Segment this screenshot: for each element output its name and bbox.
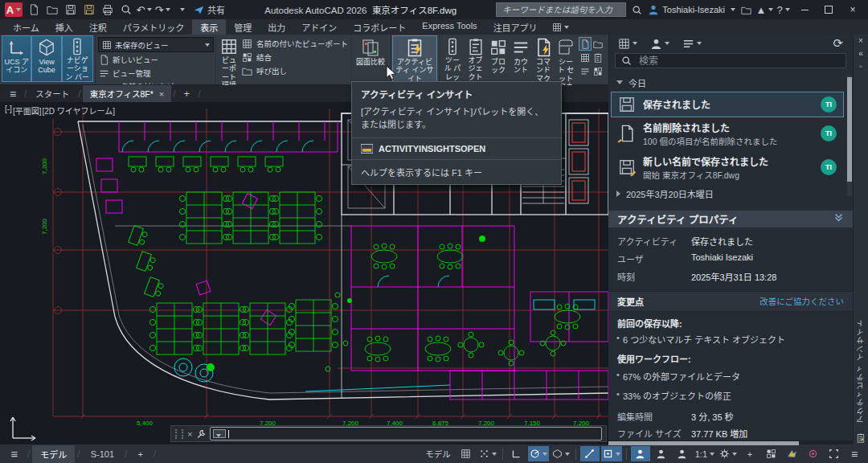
activity-item-saved[interactable]: 保存されました TI: [612, 92, 843, 117]
view-dropdown[interactable]: 未保存のビュー: [98, 37, 214, 52]
annotation-scale-people-icon[interactable]: [673, 446, 692, 461]
tool-palettes-button[interactable]: ツール パレット: [442, 36, 463, 81]
new-file-tab-button[interactable]: +: [178, 88, 197, 100]
palette-horizontal-scrollbar[interactable]: [608, 440, 853, 445]
properties-palette-button[interactable]: オブジェクト プロパティ管理: [465, 36, 486, 81]
command-line[interactable]: ×: [170, 425, 607, 442]
tab-featured-apps[interactable]: 注目アプリ: [485, 19, 546, 35]
mini-palette-icon-4[interactable]: [592, 51, 604, 64]
command-macros-button[interactable]: コマンド マクロ: [533, 36, 554, 81]
isolate-objects-icon[interactable]: [803, 446, 822, 461]
sheet-set-manager-button[interactable]: シート セット マネージャ: [555, 36, 576, 81]
mini-palette-icon-5[interactable]: [579, 65, 591, 77]
model-tab[interactable]: モデル: [32, 445, 75, 463]
blocks-palette-button[interactable]: ブロック: [488, 36, 509, 81]
close-button[interactable]: ×: [842, 2, 863, 18]
viewport-visual-style-control[interactable]: [2D ワイヤフレーム]: [42, 104, 115, 117]
object-snap-icon[interactable]: [601, 446, 622, 461]
navigation-bar-toggle-button[interactable]: ナビゲーション バー: [63, 36, 92, 81]
mini-palette-icon-6[interactable]: [592, 65, 604, 77]
space-indicator[interactable]: モデル: [421, 448, 455, 460]
tab-addins[interactable]: アドイン: [293, 19, 345, 35]
mini-palette-icon-1[interactable]: [579, 38, 591, 50]
graphics-performance-icon[interactable]: [782, 446, 801, 461]
join-viewports-button[interactable]: 結合: [242, 51, 348, 64]
layout-tab-s101[interactable]: S-101: [83, 447, 122, 461]
tab-view[interactable]: 表示: [192, 19, 226, 35]
command-line-grip[interactable]: [175, 429, 183, 439]
tab-home[interactable]: ホーム: [5, 19, 47, 35]
ortho-mode-icon[interactable]: [507, 446, 526, 461]
snap-mode-icon[interactable]: [477, 446, 498, 461]
command-input[interactable]: [210, 427, 602, 440]
file-tab-close-icon[interactable]: ×: [159, 89, 164, 99]
open-file-icon[interactable]: [44, 2, 59, 18]
tab-express-tools[interactable]: Express Tools: [414, 19, 485, 35]
units-icon[interactable]: [761, 446, 780, 461]
tab-manage[interactable]: 管理: [226, 19, 260, 35]
layout-tabs-menu-icon[interactable]: ≡: [4, 447, 25, 461]
viewport-view-control[interactable]: [平面図]: [13, 104, 42, 117]
panel-label-named-views[interactable]: 名前の付いたビュー: [96, 81, 215, 84]
recent-commands-icon[interactable]: [213, 429, 226, 438]
user-filter-icon[interactable]: [650, 38, 669, 50]
file-tab-start[interactable]: スタート: [28, 85, 76, 102]
annotation-scale-value[interactable]: 1:1: [694, 446, 716, 461]
isodraft-icon[interactable]: [551, 446, 571, 461]
minimize-button[interactable]: [794, 2, 815, 18]
group-header-date[interactable]: 2025年3月20日木曜日: [608, 185, 846, 203]
count-palette-button[interactable]: カウント: [510, 36, 531, 81]
annotation-monitor-icon[interactable]: +: [740, 446, 760, 461]
feedback-link[interactable]: 改善にご協力ください: [760, 295, 844, 307]
save-icon[interactable]: [63, 2, 78, 18]
autodesk-a-icon[interactable]: ▲: [757, 2, 772, 18]
app-store-icon[interactable]: [739, 2, 754, 18]
panel-label-viewport-tools[interactable]: ビューポート ツール: [0, 83, 95, 84]
help-search-input[interactable]: [501, 4, 621, 15]
annotation-visibility-icon[interactable]: [631, 446, 650, 461]
qat-customize-icon[interactable]: [174, 2, 189, 18]
plot-icon[interactable]: [100, 2, 115, 18]
view-manager-button[interactable]: ビュー管理: [98, 67, 214, 80]
palette-search-input[interactable]: [637, 55, 840, 68]
palette-close-icon[interactable]: ×: [858, 37, 863, 45]
refresh-icon[interactable]: ⟳: [833, 36, 843, 51]
activity-properties-header[interactable]: アクティビティ プロパティ: [608, 211, 853, 227]
named-viewports-button[interactable]: 名前の付いたビューポート: [242, 37, 348, 50]
grid-display-icon[interactable]: [457, 446, 476, 461]
clean-screen-icon[interactable]: [824, 446, 843, 461]
share-button[interactable]: 共有: [194, 3, 225, 16]
new-file-icon[interactable]: [26, 2, 41, 18]
palette-autohide-icon[interactable]: «: [858, 50, 863, 58]
new-view-button[interactable]: 新しいビュー: [98, 53, 214, 66]
viewport-control-menu[interactable]: [-]: [5, 104, 12, 117]
help-search-box[interactable]: [496, 2, 626, 17]
polar-tracking-icon[interactable]: [528, 446, 549, 461]
tab-parametric[interactable]: パラメトリック: [115, 19, 193, 35]
app-menu-button[interactable]: A: [5, 2, 23, 17]
search-icon[interactable]: [629, 2, 645, 18]
tab-insert[interactable]: 挿入: [47, 19, 81, 35]
drawing-compare-button[interactable]: 図面比較: [354, 36, 387, 81]
object-snap-tracking-icon[interactable]: [580, 446, 600, 461]
mini-palette-icon-2[interactable]: [592, 38, 604, 50]
panel-label-model-viewports[interactable]: モデル ビューポート: [215, 83, 350, 84]
save-as-icon[interactable]: [81, 2, 96, 18]
view-options-icon[interactable]: [618, 38, 637, 50]
file-tabs-menu-icon[interactable]: ≡: [3, 88, 23, 100]
restore-button[interactable]: [818, 2, 839, 18]
activity-item-purged[interactable]: 名前削除されました 100 個の項目が名前削除されました TI: [612, 117, 843, 150]
account-menu[interactable]: Toshiaki-Isezaki: [648, 4, 735, 15]
add-layout-button[interactable]: +: [129, 447, 150, 461]
mini-palette-icon-3[interactable]: [579, 51, 591, 64]
tab-collaborate[interactable]: コラボレート: [345, 19, 414, 35]
collapse-chevron-icon[interactable]: [833, 212, 844, 225]
undo-icon[interactable]: ↶: [137, 2, 152, 18]
customize-icon[interactable]: ≡: [845, 446, 864, 461]
tab-annotate[interactable]: 注釈: [81, 19, 115, 35]
activity-insights-button[interactable]: アクティビティ インサイト: [393, 36, 436, 81]
filter-menu-icon[interactable]: [682, 38, 702, 50]
annotation-autoscale-icon[interactable]: [652, 446, 671, 461]
restore-viewports-button[interactable]: 呼び出し: [242, 64, 348, 77]
viewport-configuration-button[interactable]: ビューポート環境設定: [218, 36, 240, 81]
